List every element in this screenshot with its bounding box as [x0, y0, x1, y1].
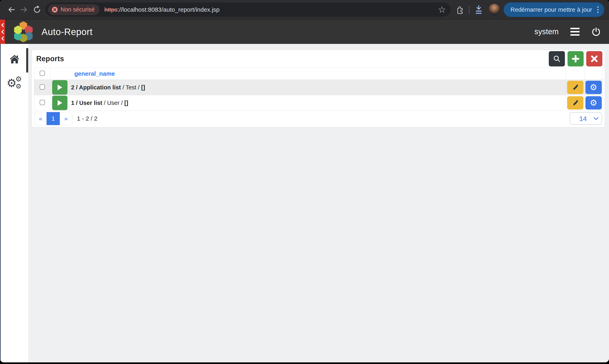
power-icon: [591, 27, 601, 37]
url-scheme: https: [104, 6, 118, 13]
browser-menu-icon[interactable]: [596, 6, 599, 14]
search-icon: [553, 54, 561, 63]
main-area: ⚙⚙⚙ Reports: [0, 44, 609, 362]
browser-toolbar: Non sécurisé https://localhost:8083/auto…: [0, 0, 609, 20]
restart-to-update-button[interactable]: Redémarrer pour mettre à jour: [504, 2, 604, 17]
run-report-button[interactable]: [52, 80, 67, 95]
app-title: Auto-Report: [41, 26, 93, 37]
report-name: 2 / Application list / Test / []: [69, 80, 566, 95]
downloads-button[interactable]: [473, 4, 485, 16]
pagination: « 1 »: [34, 112, 72, 125]
report-settings-button[interactable]: ⚙: [585, 96, 602, 110]
report-settings-button[interactable]: ⚙: [585, 81, 602, 94]
select-all-checkbox[interactable]: [40, 71, 45, 76]
profile-avatar[interactable]: [488, 4, 500, 15]
url-bar[interactable]: Non sécurisé https://localhost:8083/auto…: [45, 2, 451, 17]
reload-button[interactable]: [31, 3, 43, 16]
column-header-settings: [585, 68, 602, 80]
row-checkbox[interactable]: [40, 100, 45, 105]
sidebar-scrollbar[interactable]: [26, 48, 28, 72]
pagination-page-1[interactable]: 1: [47, 112, 60, 125]
forward-arrow-icon: [20, 5, 29, 14]
back-button[interactable]: [5, 3, 18, 16]
chevron-left-icon: [1, 30, 4, 34]
page-title: Reports: [36, 54, 64, 63]
card-footer: « 1 » 1 - 2 / 2 14: [34, 112, 602, 125]
sidebar-collapse-strip[interactable]: [0, 20, 5, 44]
card-actions: [549, 51, 602, 66]
column-header-edit: [566, 68, 585, 80]
x-icon: [590, 55, 598, 63]
username[interactable]: system: [534, 27, 559, 36]
chevron-down-icon: [594, 117, 599, 120]
url-path: ://localhost:8083/auto_report/index.jsp: [118, 6, 220, 13]
pencil-icon: [572, 84, 579, 91]
bookmark-star-icon[interactable]: ☆: [436, 5, 448, 14]
play-icon: [57, 100, 62, 106]
toolbar-divider: [469, 5, 469, 14]
pagination-summary: 1 - 2 / 2: [77, 115, 97, 122]
sidebar-item-home[interactable]: [5, 53, 24, 66]
sidebar-item-settings[interactable]: ⚙⚙⚙: [5, 76, 24, 89]
gears-icon: ⚙⚙⚙: [7, 76, 22, 89]
security-chip-label: Non sécurisé: [61, 6, 95, 13]
table-row: 1 / User list / User / [] ⚙: [34, 95, 602, 111]
menu-button[interactable]: [569, 26, 581, 37]
pagination-next[interactable]: »: [60, 112, 72, 125]
app-header: Auto-Report system: [0, 20, 609, 44]
reports-card: Reports: [31, 50, 605, 128]
extensions-puzzle-icon: [455, 5, 464, 14]
reports-table: general_name: [34, 68, 602, 111]
pencil-icon: [572, 99, 579, 106]
card-header: Reports: [34, 50, 602, 68]
chevron-left-icon: [1, 23, 4, 27]
security-chip[interactable]: Non sécurisé: [48, 4, 99, 15]
chevron-left-icon: [1, 36, 4, 41]
url-text: https://localhost:8083/auto_report/index…: [104, 6, 436, 13]
insecure-icon: [52, 6, 58, 13]
back-arrow-icon: [7, 5, 16, 14]
home-icon: [10, 54, 20, 64]
table-header-row: general_name: [34, 68, 602, 80]
report-name: 1 / User list / User / []: [69, 95, 566, 111]
edit-report-button[interactable]: [567, 96, 583, 110]
page-size-value: 14: [579, 115, 587, 123]
table-row: 2 / Application list / Test / [] ⚙: [34, 80, 602, 95]
column-header-general-name[interactable]: general_name: [50, 68, 566, 80]
gear-icon: ⚙: [590, 83, 597, 91]
download-icon: [474, 4, 484, 15]
gear-icon: ⚙: [590, 99, 597, 107]
play-icon: [57, 84, 62, 91]
forward-button[interactable]: [18, 3, 31, 16]
content-area: Reports: [28, 44, 609, 362]
restart-label: Redémarrer pour mettre à jour: [511, 6, 592, 13]
browser-window: Non sécurisé https://localhost:8083/auto…: [0, 0, 609, 362]
sidebar: ⚙⚙⚙: [0, 44, 28, 362]
plus-icon: [571, 54, 580, 63]
extensions-button[interactable]: [453, 4, 466, 16]
close-button[interactable]: [586, 51, 602, 66]
add-button[interactable]: [568, 51, 584, 66]
app-logo[interactable]: [13, 22, 33, 42]
logout-button[interactable]: [590, 26, 602, 38]
row-checkbox[interactable]: [40, 84, 45, 90]
run-report-button[interactable]: [52, 96, 67, 110]
pagination-prev[interactable]: «: [35, 112, 47, 125]
page-size-select[interactable]: 14: [570, 112, 602, 125]
edit-report-button[interactable]: [567, 81, 583, 94]
reload-icon: [32, 5, 42, 14]
search-button[interactable]: [549, 51, 565, 66]
